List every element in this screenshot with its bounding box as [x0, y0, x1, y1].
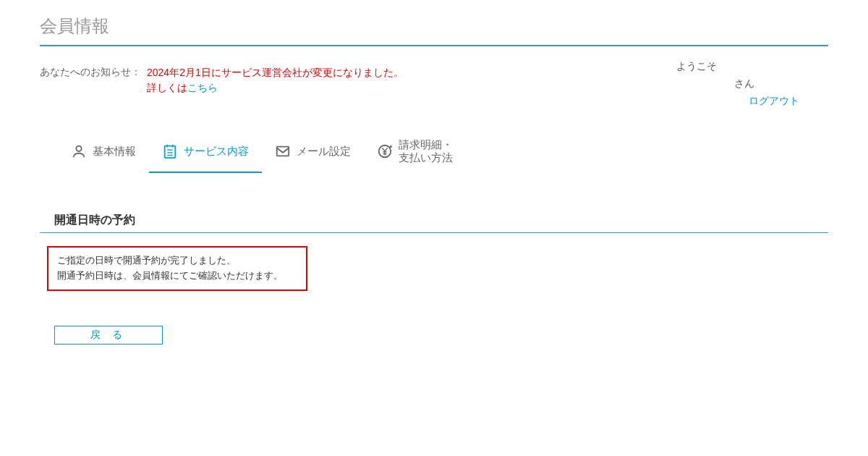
tab-basic-info[interactable]: 基本情報: [58, 131, 149, 173]
notice-line1: 2024年2月1日にサービス運営会社が変更になりました。: [147, 67, 404, 78]
message-line1: ご指定の日時で開通予約が完了しました。: [57, 255, 236, 266]
section-underline: [40, 232, 828, 233]
notice-line2-prefix: 詳しくは: [147, 82, 187, 93]
notice-link[interactable]: こちら: [187, 82, 218, 93]
message-line2: 開通予約日時は、会員情報にてご確認いただけます。: [57, 270, 283, 281]
billing-line2: 支払い方法: [399, 151, 453, 164]
person-icon: [71, 143, 87, 159]
tabs: 基本情報 サービス内容 メール設定 請求明細・ 支払い方法: [40, 131, 828, 173]
user-area: ようこそ さん ログアウト: [676, 58, 828, 109]
notice-area: あなたへのお知らせ： 2024年2月1日にサービス運営会社が変更になりました。 …: [40, 65, 676, 96]
tab-label: メール設定: [297, 145, 351, 158]
tab-label: 基本情報: [93, 145, 136, 158]
svg-rect-1: [165, 146, 176, 159]
notice-text: 2024年2月1日にサービス運営会社が変更になりました。 詳しくはこちら: [147, 65, 404, 96]
confirmation-message: ご指定の日時で開通予約が完了しました。 開通予約日時は、会員情報にてご確認いただ…: [47, 246, 307, 291]
user-suffix: さん: [676, 75, 799, 93]
tab-mail-settings[interactable]: メール設定: [262, 131, 364, 173]
back-button[interactable]: 戻 る: [54, 326, 163, 345]
tab-service[interactable]: サービス内容: [149, 131, 262, 173]
notice-label: あなたへのお知らせ：: [40, 65, 141, 79]
header-section: あなたへのお知らせ： 2024年2月1日にサービス運営会社が変更になりました。 …: [40, 52, 828, 125]
list-icon: [162, 143, 178, 159]
page-title: 会員情報: [40, 14, 828, 38]
logout-link[interactable]: ログアウト: [676, 93, 799, 110]
tab-billing[interactable]: 請求明細・ 支払い方法: [364, 131, 466, 173]
section-title: 開通日時の予約: [54, 213, 828, 232]
svg-rect-5: [277, 147, 289, 156]
welcome-label: ようこそ: [676, 58, 799, 75]
tab-label: 請求明細・ 支払い方法: [399, 138, 453, 164]
billing-line1: 請求明細・: [399, 138, 453, 151]
yen-icon: [377, 143, 393, 159]
title-underline: [40, 45, 828, 46]
mail-icon: [275, 143, 291, 159]
tab-label: サービス内容: [184, 145, 249, 158]
svg-point-0: [76, 146, 81, 151]
